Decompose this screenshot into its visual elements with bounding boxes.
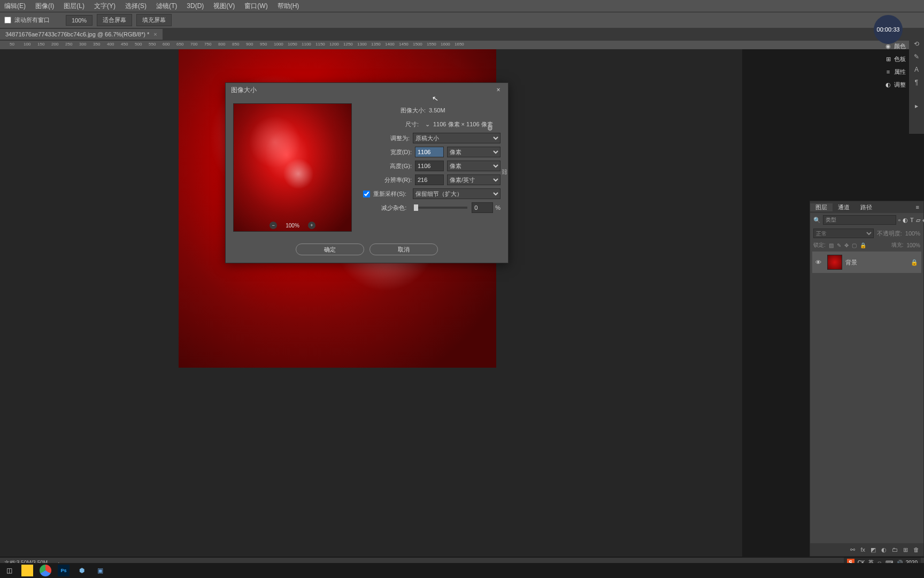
lock-artboard-icon[interactable]: ▢: [852, 242, 857, 248]
layer-thumbnail[interactable]: [827, 255, 842, 270]
filter-image-icon[interactable]: ▫: [898, 217, 900, 223]
menu-help[interactable]: 帮助(H): [278, 2, 299, 11]
swatches-panel-tab[interactable]: ⊞色板: [884, 52, 909, 65]
chevron-down-icon[interactable]: ⌄: [425, 121, 430, 128]
ruler-tick: 1400: [385, 42, 395, 47]
layer-filter-input[interactable]: [823, 215, 896, 225]
paragraph-icon[interactable]: ¶: [909, 76, 924, 89]
brush-icon[interactable]: ✎: [909, 50, 924, 63]
ruler-tick: 500: [135, 42, 142, 47]
zoom-in-icon[interactable]: +: [308, 222, 315, 229]
fx-icon[interactable]: fx: [860, 546, 865, 553]
document-tab[interactable]: 34871676ae77433c776bc74c6.jpg @ 66.7%(RG…: [0, 29, 163, 40]
fill-value[interactable]: 100%: [906, 242, 920, 248]
fit-screen-button[interactable]: 适合屏幕: [97, 14, 132, 26]
ruler-tick: 200: [51, 42, 58, 47]
app-icon-1[interactable]: ⬢: [76, 565, 88, 576]
ruler-tick: 1200: [329, 42, 339, 47]
preview-zoom-value: 100%: [286, 223, 299, 229]
lock-icon[interactable]: 🔒: [911, 259, 918, 266]
resample-checkbox[interactable]: [363, 191, 370, 197]
photoshop-icon[interactable]: Ps: [58, 565, 70, 576]
app-icon-2[interactable]: ▣: [94, 565, 106, 576]
ruler-tick: 400: [107, 42, 114, 47]
adjustment-layer-icon[interactable]: ◐: [881, 546, 887, 553]
ruler-tick: 1300: [357, 42, 367, 47]
character-icon[interactable]: A: [909, 63, 924, 76]
file-explorer-icon[interactable]: [21, 565, 33, 576]
blend-mode-select[interactable]: 正常: [813, 229, 874, 238]
properties-panel-tab[interactable]: ≡属性: [884, 65, 909, 78]
ruler-tick: 150: [37, 42, 44, 47]
actions-icon[interactable]: ▸: [909, 100, 924, 112]
visibility-icon[interactable]: 👁: [815, 259, 824, 265]
cursor-icon: ↖: [432, 94, 440, 103]
menu-text[interactable]: 文字(Y): [94, 2, 116, 11]
image-size-value: 3.50M: [429, 107, 500, 113]
dialog-titlebar[interactable]: 图像大小 ×: [226, 83, 508, 97]
dialog-title: 图像大小: [231, 86, 257, 95]
menu-image[interactable]: 图像(I): [35, 2, 54, 11]
mask-icon[interactable]: ◩: [871, 546, 876, 553]
menu-select[interactable]: 选择(S): [125, 2, 147, 11]
resolution-unit-select[interactable]: 像素/英寸: [447, 174, 500, 185]
width-input[interactable]: [415, 147, 444, 157]
ruler-tick: 1000: [274, 42, 283, 47]
fill-label: 填充:: [891, 241, 904, 249]
ruler-tick: 850: [232, 42, 239, 47]
menu-view[interactable]: 视图(V): [213, 2, 235, 11]
link-icon[interactable]: ⛓: [502, 169, 507, 175]
filter-adjust-icon[interactable]: ◐: [903, 217, 908, 224]
scroll-all-checkbox[interactable]: [4, 17, 11, 24]
color-panel-tab[interactable]: ◉颜色: [884, 40, 909, 52]
tab-paths[interactable]: 路径: [855, 203, 877, 211]
link-layers-icon[interactable]: ⚯: [850, 546, 855, 553]
opacity-value[interactable]: 100%: [905, 230, 920, 237]
fit-to-select[interactable]: 原稿大小: [413, 133, 500, 143]
lock-brush-icon[interactable]: ✎: [837, 242, 841, 248]
width-unit-select[interactable]: 像素: [447, 147, 500, 157]
filter-shape-icon[interactable]: ▱: [916, 217, 920, 224]
tab-channels[interactable]: 通道: [833, 203, 855, 211]
cancel-button[interactable]: 取消: [369, 244, 438, 255]
ruler-tick: 750: [204, 42, 211, 47]
lock-transparent-icon[interactable]: ▨: [829, 242, 834, 248]
height-input[interactable]: [415, 161, 444, 171]
menu-layer[interactable]: 图层(L): [64, 2, 84, 11]
panel-menu-icon[interactable]: ≡: [912, 204, 923, 210]
history-icon[interactable]: ⟲: [909, 37, 924, 50]
menu-filter[interactable]: 滤镜(T): [156, 2, 177, 11]
menu-window[interactable]: 窗口(W): [244, 2, 267, 11]
group-icon[interactable]: 🗀: [892, 546, 898, 553]
resample-select[interactable]: 保留细节（扩大）: [413, 188, 500, 199]
chrome-icon[interactable]: [40, 565, 51, 576]
noise-label: 减少杂色:: [381, 204, 406, 212]
new-layer-icon[interactable]: ⊞: [903, 546, 908, 553]
noise-input[interactable]: [472, 202, 493, 213]
menu-edit[interactable]: 编辑(E): [4, 2, 26, 11]
menu-3d[interactable]: 3D(D): [187, 2, 204, 10]
zoom-out-icon[interactable]: −: [270, 222, 277, 229]
image-size-label: 图像大小:: [401, 107, 426, 115]
layer-row[interactable]: 👁 背景 🔒: [812, 252, 921, 273]
gear-icon[interactable]: ⚙: [487, 125, 493, 132]
filter-text-icon[interactable]: T: [910, 217, 914, 223]
ok-button[interactable]: 确定: [296, 244, 364, 255]
fill-screen-button[interactable]: 填充屏幕: [136, 14, 172, 26]
height-unit-select[interactable]: 像素: [447, 161, 500, 171]
close-tab-icon[interactable]: ×: [153, 31, 157, 37]
task-view-icon[interactable]: ◫: [3, 565, 15, 576]
search-icon[interactable]: 🔍: [813, 217, 821, 224]
delete-layer-icon[interactable]: 🗑: [913, 546, 919, 553]
dialog-close-icon[interactable]: ×: [494, 86, 503, 94]
zoom-100-button[interactable]: 100%: [66, 15, 93, 26]
layer-name[interactable]: 背景: [845, 258, 857, 267]
tab-layers[interactable]: 图层: [810, 203, 833, 211]
adjustments-panel-tab[interactable]: ◐调整: [884, 78, 909, 91]
noise-slider[interactable]: [414, 207, 467, 209]
lock-move-icon[interactable]: ✥: [844, 242, 849, 248]
filter-smart-icon[interactable]: ◈: [922, 217, 924, 224]
resolution-input[interactable]: [415, 174, 444, 185]
lock-all-icon[interactable]: 🔒: [860, 242, 866, 248]
height-label: 高度(G):: [390, 162, 412, 170]
